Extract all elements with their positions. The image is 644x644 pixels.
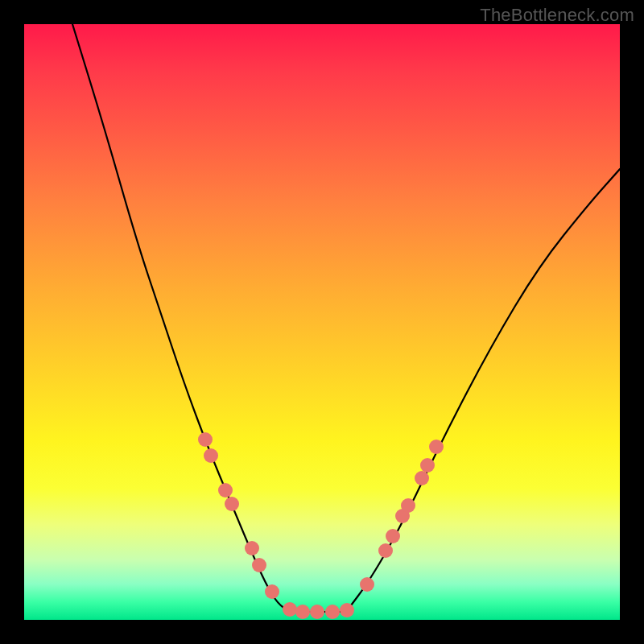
data-point: [401, 498, 415, 513]
data-point: [225, 497, 239, 511]
data-point: [204, 448, 218, 463]
data-point: [218, 483, 233, 497]
data-point: [360, 577, 374, 592]
data-point: [310, 605, 324, 619]
data-point: [415, 471, 429, 485]
data-point: [325, 605, 340, 619]
data-point: [378, 543, 393, 558]
data-point: [245, 541, 259, 555]
data-point: [252, 558, 266, 572]
data-point: [420, 458, 435, 473]
outer-frame: TheBottleneck.com: [0, 0, 644, 644]
data-point: [429, 440, 444, 454]
plot-area: [24, 24, 620, 620]
data-point: [295, 605, 310, 619]
data-point: [386, 529, 400, 543]
data-point: [340, 603, 354, 617]
data-dots: [198, 432, 444, 619]
curve-left: [72, 24, 290, 612]
watermark-text: TheBottleneck.com: [480, 5, 634, 26]
chart-svg: [24, 24, 620, 620]
data-point: [283, 602, 297, 617]
data-point: [265, 584, 279, 599]
data-point: [198, 432, 213, 447]
